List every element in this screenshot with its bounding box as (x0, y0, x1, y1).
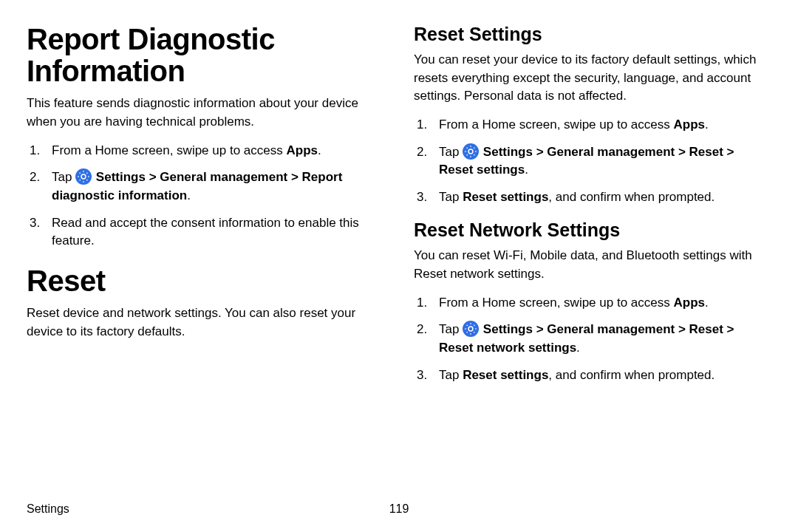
step-nav-path: Settings > General management > Report d… (52, 170, 342, 202)
reset-network-step-2: Tap Settings > General management > Rese… (414, 321, 771, 357)
heading-report-diagnostic: Report Diagnostic Information (27, 24, 384, 87)
step-bold-apps: Apps (673, 296, 705, 310)
footer-page-number: 119 (389, 502, 409, 516)
report-step-2: Tap Settings > General management > Repo… (27, 168, 384, 205)
step-text: , and confirm when prompted. (548, 190, 715, 204)
reset-network-steps: From a Home screen, swipe up to access A… (414, 294, 771, 385)
heading-reset: Reset (27, 265, 384, 297)
footer-section-label: Settings (27, 502, 69, 516)
settings-icon (463, 321, 479, 337)
step-text: Read and accept the consent information … (52, 216, 359, 248)
step-bold-apps: Apps (673, 117, 705, 132)
step-bold-reset: Reset settings (463, 368, 548, 382)
step-text: From a Home screen, swipe up to access (52, 143, 286, 157)
settings-icon (463, 143, 479, 160)
reset-settings-step-1: From a Home screen, swipe up to access A… (414, 116, 771, 134)
step-text: . (525, 163, 528, 177)
left-column: Report Diagnostic Information This featu… (27, 24, 384, 398)
report-step-3: Read and accept the consent information … (27, 214, 384, 250)
reset-intro-text: Reset device and network settings. You c… (27, 304, 384, 341)
step-text: Tap (439, 190, 463, 204)
step-bold-reset: Reset settings (463, 190, 548, 204)
reset-network-intro: You can reset Wi-Fi, Mobile data, and Bl… (414, 247, 771, 283)
manual-page: Report Diagnostic Information This featu… (0, 0, 798, 532)
step-text: . (576, 341, 580, 355)
step-text: Tap (439, 322, 463, 336)
reset-network-step-1: From a Home screen, swipe up to access A… (414, 294, 771, 313)
step-text: Tap (52, 170, 75, 184)
step-text: Tap (439, 145, 463, 159)
report-steps: From a Home screen, swipe up to access A… (27, 142, 384, 250)
step-text: Tap (439, 368, 463, 382)
reset-settings-intro: You can reset your device to its factory… (414, 51, 771, 106)
step-text: From a Home screen, swipe up to access (439, 296, 673, 310)
settings-icon (75, 168, 92, 185)
two-column-layout: Report Diagnostic Information This featu… (27, 24, 771, 398)
reset-network-step-3: Tap Reset settings, and confirm when pro… (414, 366, 771, 385)
page-footer: Settings 119 (27, 502, 771, 516)
step-bold-apps: Apps (286, 143, 318, 157)
step-text: , and confirm when prompted. (548, 368, 715, 382)
right-column: Reset Settings You can reset your device… (414, 24, 771, 398)
heading-reset-settings: Reset Settings (414, 24, 771, 45)
reset-settings-step-3: Tap Reset settings, and confirm when pro… (414, 188, 771, 207)
step-nav-path: Settings > General management > Reset > … (439, 322, 734, 355)
step-text: From a Home screen, swipe up to access (439, 117, 673, 132)
step-text: . (187, 188, 191, 202)
reset-settings-step-2: Tap Settings > General management > Rese… (414, 143, 771, 180)
step-text: . (705, 117, 709, 132)
report-step-1: From a Home screen, swipe up to access A… (27, 142, 384, 160)
step-text: . (705, 296, 709, 310)
heading-reset-network: Reset Network Settings (414, 219, 771, 241)
step-nav-path: Settings > General management > Reset > … (439, 145, 734, 177)
report-intro-text: This feature sends diagnostic informatio… (27, 95, 384, 131)
step-text: . (318, 143, 321, 157)
reset-settings-steps: From a Home screen, swipe up to access A… (414, 116, 771, 207)
